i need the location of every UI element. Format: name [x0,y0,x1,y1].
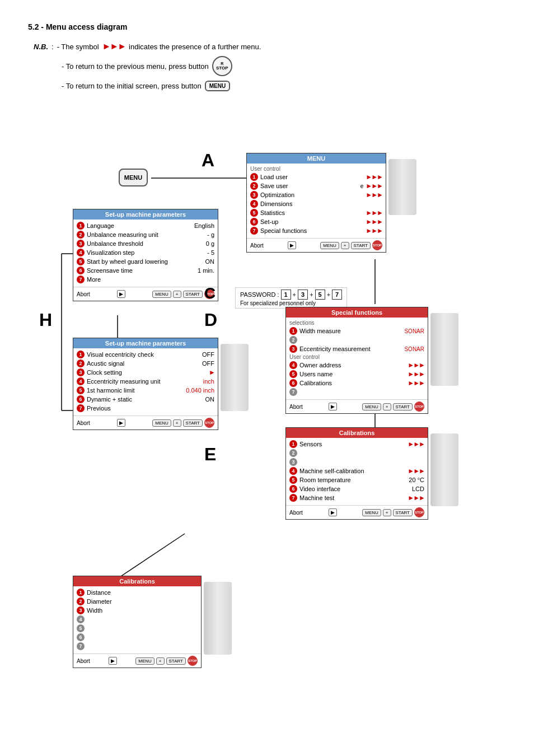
setup-b-title: Set-up machine parameters [73,338,218,348]
setup-a-label-5: Start by wheel guard lowering [87,258,184,265]
setup-a-num-7: 7 [77,276,85,283]
cal-e-abort: Abort [289,510,303,516]
nb-text-2: - To return to the previous menu, press … [62,62,209,71]
menu-num-5: 5 [250,209,258,217]
mini-menu-btn: MENU [320,242,339,249]
menu-arrow-5: ►►► [366,209,382,217]
setup-b-num-3: 3 [77,368,85,376]
setup-b-val-2: OFF [186,360,214,367]
sf-row-6: 6 Calibrations ►►► [289,379,424,387]
setup-a-label-1: Language [87,222,184,229]
pwd-box-2: 3 [298,290,308,300]
menu-num-3: 3 [250,191,258,199]
setup-a-row-7: 7 More [77,276,214,283]
nb-line-3: - To return to the initial screen, press… [62,81,506,91]
mini-start-sf: START [393,403,413,410]
stop-r-label: R [221,62,223,66]
cal-e-row-2: 2 [289,449,424,457]
setup-b-label-7: Previous [87,405,214,412]
sf-label-3: Eccentricity measurement [299,346,394,352]
menu-button-example: MENU [205,81,230,91]
abort-icon-setup-b: ▶ [117,419,125,427]
menu-row-4: 4 Dimensions [250,200,382,208]
setup-a-num-3: 3 [77,240,85,248]
cal-f-num-2: 2 [77,598,85,605]
cal-f-num-7: 7 [77,642,85,650]
setup-b-num-4: 4 [77,377,85,385]
menu-row-3: 3 Optimization ►►► [250,191,382,199]
mini-start-cf: START [166,657,186,665]
cal-e-num-1: 1 [289,440,297,448]
mini-stop-btn-menu: STOP [372,240,382,250]
mini-menu-b: MENU [152,419,171,427]
sf-num-5: 5 [289,370,297,378]
setup-machine-panel-a: Set-up machine parameters 1 Language Eng… [73,209,218,301]
cal-f-row-5: 5 [77,624,198,632]
setup-a-abort: Abort [77,291,90,297]
setup-a-row-3: 3 Unbalance threshold 0 g [77,240,214,248]
menu-save-e: e [360,183,364,189]
cal-e-row-7: 7 Machine test ►►► [289,494,424,502]
selections-label: selections [289,320,424,326]
setup-b-label-5: 1st harmonic limit [87,387,184,394]
cal-f-row-1: 1 Distance [77,589,198,596]
mini-stop-cf: STOP [188,656,198,666]
menu-button-large[interactable]: MENU [119,169,148,186]
setup-b-abort: Abort [77,420,90,426]
sf-label-5: Users name [299,371,405,377]
mini-stop-sf: STOP [414,402,424,412]
menu-label-4: Dimensions [260,200,382,207]
cal-e-label-1: Sensors [299,441,405,447]
cal-e-row-3: 3 [289,458,424,466]
setup-a-num-2: 2 [77,231,85,239]
pwd-note: For specialized personnel only [240,300,316,306]
wheel-image-cf [204,582,232,655]
setup-a-num-1: 1 [77,222,85,230]
mini-start-ce: START [393,509,413,516]
sf-arrow-4: ►►► [407,361,424,369]
password-label: PASSWORD : [240,291,281,298]
cal-e-arrow-4: ►►► [407,467,424,475]
setup-a-label-4: Visualization step [87,249,184,256]
sf-val-1: SONAR [396,328,424,334]
setup-a-val-4: - 5 [186,249,214,256]
setup-a-val-5: ON [186,258,214,265]
cal-e-arrow-7: ►►► [407,494,424,502]
mini-dot-b: + [173,419,181,427]
mini-start-b: START [183,419,203,427]
sf-label-6: Calibrations [299,380,405,386]
calibrations-f-panel: Calibrations 1 Distance 2 Diameter 3 Wid… [73,576,202,668]
menu-main-title: MENU [247,153,386,164]
sf-num-2: 2 [289,336,297,344]
setup-b-row-1: 1 Visual eccentricity check OFF [77,351,214,358]
cal-f-row-4: 4 [77,615,198,623]
setup-b-label-1: Visual eccentricity check [87,351,184,358]
cal-e-val-5: 20 °C [396,477,424,483]
mini-start-btn: START [351,242,371,249]
pwd-box-1: 1 [281,290,291,300]
menu-arrow-7: ►►► [366,227,382,235]
setup-a-val-3: 0 g [186,240,214,247]
setup-a-title: Set-up machine parameters [73,209,218,220]
menu-arrow-2: ►►► [366,182,382,190]
nb-text-3: - To return to the initial screen, press… [62,82,202,90]
abort-icon-cal-f: ▶ [109,657,117,665]
setup-b-label-3: Clock setting [87,369,207,376]
mini-menu-a: MENU [152,291,171,298]
setup-b-row-5: 5 1st harmonic limit 0.040 inch [77,386,214,394]
pwd-box-3: 5 [315,290,325,300]
cal-e-label-5: Room temperature [299,477,394,483]
menu-label-5: Statistics [260,209,363,216]
sf-row-4: User control [289,354,424,360]
setup-b-num-1: 1 [77,351,85,358]
menu-label-7: Special functions [260,227,363,234]
mini-dot-sf: + [383,403,391,410]
cal-f-num-1: 1 [77,589,85,596]
menu-row-6: 6 Set-up ►►► [250,218,382,226]
user-control-label: User control [250,166,382,172]
label-D: D [204,310,217,330]
setup-b-row-4: 4 Eccentricity measuring unit inch [77,377,214,385]
setup-a-label-2: Unbalance measuring unit [87,231,184,238]
menu-arrow-6: ►►► [366,218,382,226]
mini-menu-sf: MENU [362,403,381,410]
